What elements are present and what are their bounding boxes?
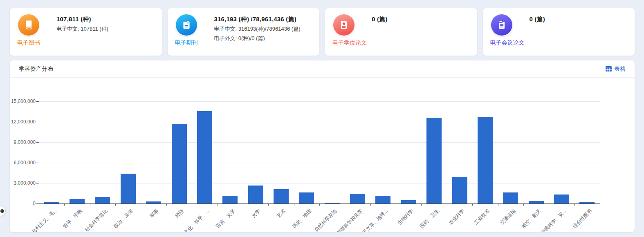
card-label-ebook: 电子图书	[17, 39, 40, 47]
x-axis-tick	[498, 203, 498, 206]
panel-title: 学科资产分布	[19, 65, 53, 73]
card-title-ebook: 107,811 (种)	[56, 16, 108, 23]
bar	[197, 111, 212, 203]
card-title-edissertation: 0 (篇)	[372, 16, 388, 23]
x-axis-tick	[549, 203, 549, 206]
x-axis-tick	[523, 203, 524, 206]
edge-drawer-handle[interactable]	[0, 206, 6, 216]
bar	[350, 194, 365, 203]
x-axis-tick	[345, 203, 345, 206]
bar	[579, 202, 595, 203]
x-axis-tick	[39, 203, 39, 206]
table-icon	[606, 66, 612, 72]
card-ejournal[interactable]: 电子期刊 316,193 (种) /78,961,436 (篇) 电子中文: 3…	[168, 8, 320, 56]
bar	[274, 189, 289, 203]
bar	[95, 197, 110, 203]
bar	[426, 118, 442, 203]
bar	[478, 117, 493, 203]
x-axis-tick	[396, 203, 396, 206]
chart-body: 03,000,0006,000,0009,000,00012,000,00015…	[10, 78, 635, 232]
card-label-edissertation: 电子学位论文	[332, 39, 367, 47]
card-ebook[interactable]: 电子图书 107,811 (种) 电子中文: 107811 (种)	[10, 8, 162, 56]
card-label-econference: 电子会议论文	[490, 39, 525, 47]
panel-header: 学科资产分布 表格	[10, 60, 635, 78]
bar	[401, 200, 416, 203]
x-axis-tick	[243, 203, 243, 206]
bar	[529, 201, 544, 203]
card-edissertation[interactable]: 电子学位论文 0 (篇)	[325, 8, 477, 56]
x-axis-label: 马列主义、毛..	[10, 208, 58, 232]
ebook-icon	[18, 14, 39, 36]
svg-text:MEET: MEET	[499, 21, 503, 23]
gridline	[39, 101, 600, 102]
bar	[222, 196, 238, 203]
y-axis-line	[39, 101, 39, 203]
x-axis-tick	[64, 203, 65, 206]
bar	[503, 192, 518, 203]
y-axis-label: 15,000,000	[10, 98, 36, 104]
gridline	[39, 163, 600, 163]
x-axis-tick	[192, 203, 192, 206]
y-axis-label: 6,000,000	[10, 160, 36, 165]
gridline	[39, 122, 600, 122]
card-line-ejournal-foreign: 电子外文: 0(种)/0 (篇)	[214, 35, 301, 42]
bar	[172, 124, 187, 203]
x-axis-tick	[141, 203, 141, 206]
card-line-ejournal-cn: 电子中文: 316193(种)/78961436 (篇)	[214, 25, 301, 33]
stat-cards-row: 电子图书 107,811 (种) 电子中文: 107811 (种) 电子期刊 3…	[10, 8, 635, 56]
table-view-button[interactable]: 表格	[606, 65, 626, 73]
y-axis-label: 12,000,000	[10, 119, 36, 125]
bar	[44, 202, 59, 203]
bar	[554, 195, 569, 203]
bar	[452, 177, 467, 203]
bar	[325, 203, 340, 203]
card-econference[interactable]: MEET 电子会议论文 0 (篇)	[483, 8, 635, 56]
gridline	[39, 142, 600, 143]
card-title-econference: 0 (篇)	[530, 16, 545, 23]
x-axis-tick	[370, 203, 371, 206]
x-axis-tick	[294, 203, 294, 206]
x-axis-tick	[447, 203, 447, 206]
bar	[121, 174, 136, 203]
bar	[299, 192, 314, 203]
econference-icon: MEET	[491, 14, 512, 36]
x-axis-tick	[600, 203, 600, 206]
y-axis-label: 3,000,000	[10, 180, 36, 186]
bar	[146, 201, 161, 203]
card-title-ejournal: 316,193 (种) /78,961,436 (篇)	[214, 16, 301, 23]
edissertation-icon	[333, 14, 355, 36]
x-axis-tick	[319, 203, 320, 206]
x-axis-tick	[574, 203, 575, 206]
x-axis-tick	[115, 203, 116, 206]
x-axis-tick	[218, 203, 218, 206]
x-axis-tick	[421, 203, 422, 206]
bar	[70, 199, 85, 203]
card-label-ejournal: 电子期刊	[175, 39, 198, 47]
x-axis-tick	[472, 203, 473, 206]
y-axis-label: 0	[10, 201, 36, 206]
x-axis-tick	[166, 203, 167, 206]
bar	[248, 186, 263, 203]
table-button-label: 表格	[614, 65, 626, 73]
x-axis-tick	[268, 203, 269, 206]
bar	[375, 196, 390, 203]
ejournal-icon	[176, 14, 197, 36]
y-axis-label: 9,000,000	[10, 139, 36, 145]
drawer-handle-icon	[0, 209, 4, 213]
x-axis-tick	[90, 203, 90, 206]
card-line-ebook-cn: 电子中文: 107811 (种)	[56, 25, 108, 33]
subject-assets-panel: 学科资产分布 表格 03,000,0006,000,0009,000,00012…	[10, 60, 635, 232]
